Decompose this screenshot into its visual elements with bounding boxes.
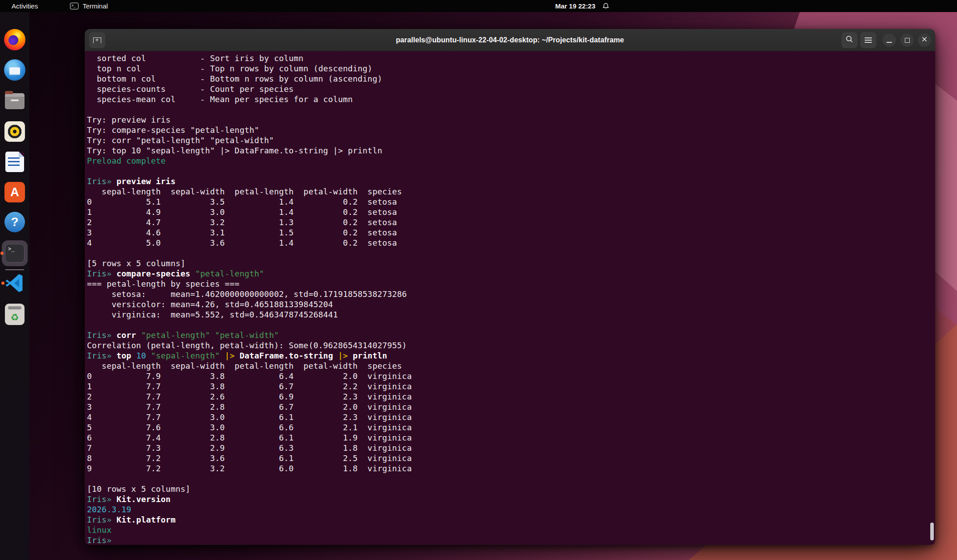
menu-icon [865,37,872,43]
rhythmbox-speaker-icon [4,121,25,142]
dock-item-trash[interactable]: ♻ [4,304,25,325]
terminal-line: sepal-length sepal-width petal-length pe… [87,361,932,371]
terminal-line: Iris» [87,535,932,545]
terminal-line: Iris» preview iris [87,176,932,186]
terminal-line: 2 4.7 3.2 1.3 0.2 setosa [87,217,932,227]
trash-recycle-glyph: ♻ [11,313,19,322]
terminal-line: virginica: mean=5.552, std=0.54634787452… [87,309,932,320]
libreoffice-writer-icon [5,152,24,172]
new-tab-button[interactable] [89,32,105,48]
terminal-line: Try: preview iris [87,115,932,125]
terminal-line: 6 7.4 2.8 6.1 1.9 virginica [87,432,932,443]
terminal-line [87,320,932,330]
terminal-line: 1 4.9 3.0 1.4 0.2 setosa [87,207,932,217]
terminal-icon-glyph: >_ [8,246,14,252]
window-title: parallels@ubuntu-linux-22-04-02-desktop:… [85,36,935,44]
search-icon [846,35,854,45]
dock-item-libreoffice-writer[interactable] [4,151,25,173]
minimize-button[interactable] [883,33,896,47]
terminal-line: species-counts - Count per species [87,84,932,94]
terminal-line: Iris» top 10 "sepal-length" |> DataFrame… [87,350,932,361]
minimize-icon [887,42,892,43]
thunderbird-icon [4,59,25,81]
terminal-line: Preload complete [87,156,932,166]
terminal-line: setosa: mean=1.4620000000000002, std=0.1… [87,289,932,299]
terminal-window: parallels@ubuntu-linux-22-04-02-desktop:… [85,29,935,545]
terminal-line: Iris» compare-species "petal-length" [87,268,932,279]
terminal-line: 4 7.7 3.0 6.1 2.3 virginica [87,412,932,422]
terminal-line: species-mean col - Mean per species for … [87,94,932,104]
dock-item-files[interactable] [4,91,25,112]
terminal-line: sorted col - Sort iris by column [87,53,932,63]
search-button[interactable] [842,32,858,48]
help-icon-glyph: ? [11,215,18,229]
terminal-line: top n col - Top n rows by column (descen… [87,63,932,74]
terminal-line: Correlation (petal-length, petal-width):… [87,340,932,350]
window-headerbar[interactable]: parallels@ubuntu-linux-22-04-02-desktop:… [85,29,935,51]
terminal-line: Try: compare-species "petal-length" [87,125,932,135]
menu-button[interactable] [860,32,876,48]
files-folder-icon [5,93,25,109]
terminal-line: 0 5.1 3.5 1.4 0.2 setosa [87,197,932,207]
focused-app-menu[interactable]: Terminal [70,2,108,10]
notification-bell-icon [602,3,609,10]
terminal-line: 2 7.7 2.6 6.9 2.3 virginica [87,391,932,402]
terminal-line: Try: top 10 "sepal-length" |> DataFrame.… [87,145,932,156]
terminal-line: 8 7.2 3.6 6.1 2.5 virginica [87,453,932,463]
terminal-line: 3 4.6 3.1 1.5 0.2 setosa [87,227,932,238]
help-icon: ? [4,212,25,232]
terminal-line: Iris» Kit.platform [87,515,932,525]
terminal-line [87,104,932,115]
terminal-line: 4 5.0 3.6 1.4 0.2 setosa [87,238,932,248]
clock-menu[interactable]: Mar 19 22:23 [555,0,609,12]
terminal-line [87,166,932,176]
terminal-line: 9 7.2 3.2 6.0 1.8 virginica [87,463,932,474]
terminal-line: === petal-length by species === [87,279,932,289]
terminal-line: 0 7.9 3.8 6.4 2.0 virginica [87,371,932,381]
terminal-line: 5 7.6 3.0 6.6 2.1 virginica [87,422,932,432]
focused-app-name: Terminal [82,2,108,10]
maximize-button[interactable] [900,33,914,47]
activities-button[interactable]: Activities [8,2,41,10]
running-indicator-dot [1,282,4,285]
dock-item-terminal[interactable]: >_ [2,240,28,266]
ubuntu-software-icon: A [4,182,25,202]
close-button[interactable] [918,33,931,47]
terminal-line: linux [87,525,932,535]
software-icon-glyph: A [10,185,19,199]
terminal-line: [10 rows x 5 columns] [87,484,932,494]
terminal-line: Iris» corr "petal-length" "petal-width" [87,330,932,340]
terminal-line: 3 7.7 2.8 6.7 2.0 virginica [87,402,932,412]
terminal-line: 2026.3.19 [87,504,932,515]
dock: A ? >_ ♻ [0,12,29,560]
terminal-line: bottom n col - Bottom n rows by column (… [87,74,932,84]
terminal-line: Iris» Kit.version [87,494,932,504]
dock-item-vscode[interactable] [4,272,25,294]
terminal-line: sepal-length sepal-width petal-length pe… [87,186,932,197]
dock-item-help[interactable]: ? [4,211,25,233]
terminal-output: sorted col - Sort iris by column top n c… [85,51,935,545]
clock-text: Mar 19 22:23 [555,2,595,10]
terminal-line: 1 7.7 3.8 6.7 2.2 virginica [87,381,932,391]
dock-item-ubuntu-software[interactable]: A [4,181,25,203]
terminal-app-icon [70,3,78,9]
terminal-line [87,248,932,258]
terminal-scrollbar[interactable] [930,523,934,540]
firefox-icon [4,29,25,50]
terminal-line: versicolor: mean=4.26, std=0.46518813398… [87,299,932,309]
close-icon [921,36,928,44]
dock-item-firefox[interactable] [4,29,25,50]
terminal-line [87,474,932,484]
terminal-line: 7 7.3 2.9 6.3 1.8 virginica [87,443,932,453]
terminal-icon: >_ [5,244,25,263]
dock-separator [5,269,24,270]
dock-item-thunderbird[interactable] [4,59,25,81]
maximize-icon [905,38,910,43]
vscode-icon [4,273,25,293]
dock-item-rhythmbox[interactable] [4,121,25,142]
terminal-line: [5 rows x 5 columns] [87,258,932,268]
running-indicator-dot [0,252,4,255]
terminal-line: Try: corr "petal-length" "petal-width" [87,135,932,145]
top-panel: Activities Terminal Mar 19 22:23 [0,0,957,12]
new-tab-icon [93,37,101,43]
